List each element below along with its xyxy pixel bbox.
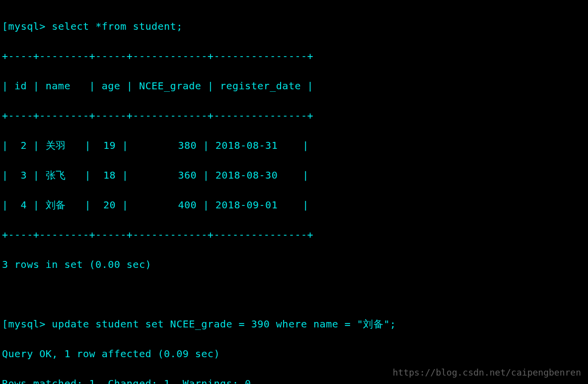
blank-line: [2, 287, 586, 302]
watermark-text: https://blog.csdn.net/caipengbenren: [393, 366, 581, 379]
table-row: | 3 | 张飞 | 18 | 360 | 2018-08-30 |: [2, 168, 586, 183]
query2-result1: Query OK, 1 row affected (0.09 sec): [2, 346, 586, 361]
prompt: mysql>: [8, 20, 46, 32]
table1-border-mid: +----+--------+-----+------------+------…: [2, 108, 586, 123]
query1-command: select *from student;: [52, 20, 182, 32]
table-row: | 4 | 刘备 | 20 | 400 | 2018-09-01 |: [2, 197, 586, 212]
terminal-output[interactable]: [mysql> select *from student; +----+----…: [2, 4, 586, 384]
bracket-icon: [: [2, 20, 8, 32]
bracket-icon: [: [2, 318, 8, 330]
query1-line: [mysql> select *from student;: [2, 19, 586, 34]
table-row: | 2 | 关羽 | 19 | 380 | 2018-08-31 |: [2, 138, 586, 153]
table1-header: | id | name | age | NCEE_grade | registe…: [2, 78, 586, 93]
table1-border-bot: +----+--------+-----+------------+------…: [2, 227, 586, 242]
query2-command: update student set NCEE_grade = 390 wher…: [52, 318, 396, 330]
query1-footer: 3 rows in set (0.00 sec): [2, 257, 586, 272]
prompt: mysql>: [8, 318, 46, 330]
table1-border-top: +----+--------+-----+------------+------…: [2, 49, 586, 64]
query2-line: [mysql> update student set NCEE_grade = …: [2, 317, 586, 331]
